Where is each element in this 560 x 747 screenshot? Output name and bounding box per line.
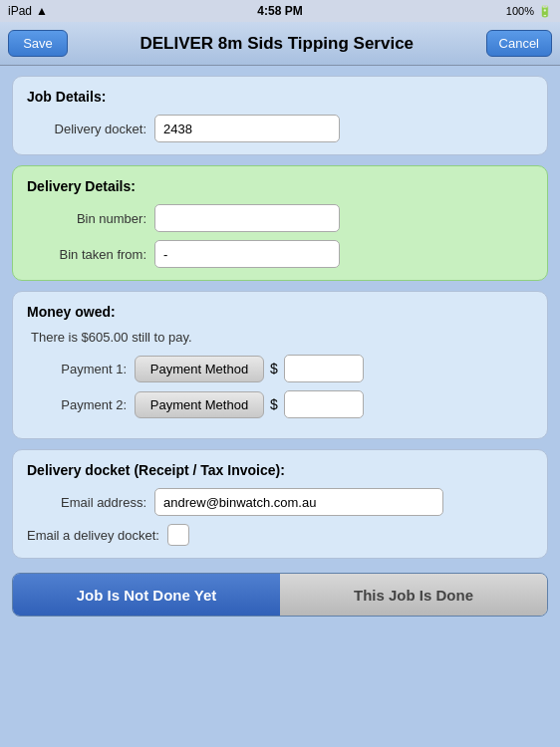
- money-owed-card: Money owed: There is $605.00 still to pa…: [12, 291, 548, 439]
- bin-number-label: Bin number:: [27, 211, 146, 226]
- status-bar-left: iPad ▲: [8, 4, 48, 18]
- delivery-details-card: Delivery Details: Bin number: Bin taken …: [12, 165, 548, 281]
- email-address-input[interactable]: [154, 488, 443, 516]
- email-docket-checkbox[interactable]: [167, 524, 189, 546]
- payment1-label: Payment 1:: [27, 362, 127, 376]
- bin-number-input[interactable]: [154, 204, 340, 232]
- cancel-button[interactable]: Cancel: [486, 30, 552, 57]
- payment2-label: Payment 2:: [27, 397, 127, 412]
- status-time: 4:58 PM: [257, 4, 302, 18]
- payment2-method-button[interactable]: Payment Method: [135, 391, 264, 418]
- delivery-docket-card: Delivery docket (Receipt / Tax Invoice):…: [12, 449, 548, 559]
- delivery-docket-receipt-title: Delivery docket (Receipt / Tax Invoice):: [27, 462, 533, 478]
- delivery-docket-input[interactable]: [154, 115, 340, 142]
- money-owed-title: Money owed:: [27, 304, 533, 320]
- bin-taken-from-row: Bin taken from:: [27, 240, 533, 268]
- status-bar: iPad ▲ 4:58 PM 100% 🔋: [0, 0, 560, 22]
- delivery-docket-label: Delivery docket:: [27, 122, 146, 136]
- dollar-sign-2: $: [270, 396, 278, 412]
- job-done-button[interactable]: This Job Is Done: [280, 574, 547, 616]
- payment2-row: Payment 2: Payment Method $: [27, 390, 533, 418]
- payment1-method-button[interactable]: Payment Method: [135, 356, 264, 382]
- email-address-label: Email address:: [27, 495, 146, 510]
- battery-icon: 🔋: [538, 5, 552, 18]
- status-bar-right: 100% 🔋: [506, 5, 552, 18]
- nav-title: DELIVER 8m Sids Tipping Service: [68, 34, 486, 54]
- bin-number-row: Bin number:: [27, 204, 533, 232]
- email-docket-row: Email a delivey docket:: [27, 524, 533, 546]
- device-label: iPad: [8, 4, 32, 18]
- job-details-card: Job Details: Delivery docket:: [12, 76, 548, 155]
- job-details-title: Job Details:: [27, 89, 533, 105]
- job-status-toggle: Job Is Not Done Yet This Job Is Done: [12, 573, 548, 617]
- battery-label: 100%: [506, 5, 534, 17]
- dollar-sign-1: $: [270, 361, 278, 376]
- wifi-icon: ▲: [36, 4, 48, 18]
- bin-taken-from-label: Bin taken from:: [27, 247, 146, 262]
- email-address-row: Email address:: [27, 488, 533, 516]
- still-to-pay-text: There is $605.00 still to pay.: [31, 330, 533, 345]
- payment2-amount-input[interactable]: [284, 390, 364, 418]
- email-docket-label: Email a delivey docket:: [27, 528, 159, 543]
- bin-taken-from-input[interactable]: [154, 240, 340, 268]
- save-button[interactable]: Save: [8, 30, 68, 57]
- main-content: Job Details: Delivery docket: Delivery D…: [0, 66, 560, 569]
- payment1-amount-input[interactable]: [284, 355, 364, 382]
- payment1-row: Payment 1: Payment Method $: [27, 355, 533, 382]
- delivery-details-title: Delivery Details:: [27, 178, 533, 194]
- nav-bar: Save DELIVER 8m Sids Tipping Service Can…: [0, 22, 560, 66]
- job-not-done-button[interactable]: Job Is Not Done Yet: [13, 574, 280, 616]
- delivery-docket-row: Delivery docket:: [27, 115, 533, 142]
